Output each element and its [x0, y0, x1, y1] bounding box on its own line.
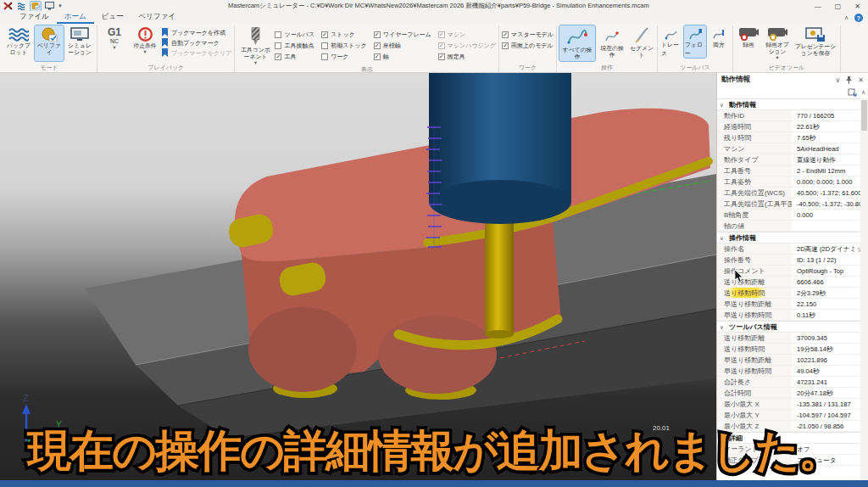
minimize-button[interactable]: — — [815, 3, 821, 10]
quick-verify-button[interactable] — [31, 2, 41, 11]
panel-row[interactable]: B軸角度 0.000 — [717, 210, 860, 221]
group-label-toolpath: ツールパス — [660, 64, 730, 72]
panel-row-label: 工具番号 — [717, 165, 792, 176]
panel-row[interactable]: 動作タイプ 直線送り動作 — [717, 154, 860, 165]
group-label-video: ビデオツール — [736, 64, 837, 72]
display-checkbox[interactable]: マシン — [438, 29, 496, 40]
g1-nc-button[interactable]: G1 NC ▼ — [100, 25, 129, 61]
panel-row[interactable]: 残り時間 7.65秒 — [717, 132, 860, 143]
display-checkbox[interactable]: マシンハウジング — [438, 40, 496, 51]
bookmark-menu-item[interactable]: ブックマークをクリア — [161, 48, 231, 58]
panel-row[interactable]: 工具先端位置(工具平面) -40.500; -1.372; -30.800 — [717, 199, 860, 210]
panel-row[interactable]: 最小/最大 X -135.381 / 131.187 — [717, 399, 860, 410]
quick-access-caret-icon[interactable]: ▼ — [58, 3, 63, 8]
panel-row-label: 早送り移動距離 — [717, 299, 792, 309]
panel-row[interactable]: 早送り移動時間 49.04秒 — [717, 366, 860, 377]
restore-button[interactable]: ▢ — [835, 3, 842, 10]
bottom-blue-bar — [0, 480, 868, 487]
display-checkbox[interactable]: 座標軸 — [374, 40, 431, 51]
bookmark-item-label: 自動ブックマーク — [171, 39, 220, 48]
display-checkbox[interactable]: ストック — [321, 29, 367, 40]
both-label: 両方 — [713, 41, 725, 49]
panel-row[interactable]: 動作ID 770 / 166205 — [717, 110, 860, 121]
display-checkbox[interactable]: ワイヤーフレーム — [374, 29, 431, 40]
g1-icon: G1 — [108, 27, 121, 38]
record-options-button[interactable]: 録画オプション ▼ — [763, 25, 792, 61]
panel-row[interactable]: 早送り移動距離 10221.896 — [717, 355, 860, 366]
panel-row[interactable]: 早送り移動距離 22.150 — [717, 299, 860, 310]
checkbox-icon — [275, 31, 281, 38]
verify-chip-icon — [42, 27, 58, 42]
panel-row[interactable]: 最小/最大 Y -104.597 / 104.597 — [717, 410, 860, 421]
close-button[interactable]: ✕ — [854, 3, 860, 10]
ribbon-tab[interactable]: ホーム — [57, 10, 94, 24]
stop-conditions-label: 停止条件 — [133, 42, 156, 49]
panel-row[interactable]: 合計長さ 47231.241 — [717, 377, 860, 388]
panel-row[interactable]: 送り移動時間 2分3.29秒 — [717, 288, 860, 299]
panel-chevron-up-icon[interactable]: ∧ — [861, 89, 865, 96]
follow-label: フォロー — [685, 41, 705, 58]
stop-conditions-button[interactable]: 停止条件 ▼ — [131, 25, 159, 61]
ribbon-tab[interactable]: ベリファイ — [131, 10, 184, 24]
record-button[interactable]: 録画 — [736, 25, 761, 61]
panel-row[interactable]: 動作情報 — [717, 98, 860, 110]
display-checkbox[interactable]: 初期ストック — [321, 40, 367, 51]
work-checkbox[interactable]: マスターモデル — [502, 29, 554, 40]
ribbon-tab[interactable]: ビュー — [94, 10, 131, 24]
panel-row[interactable]: 工具番号 2 - EndMil 12mm — [717, 165, 860, 176]
display-checkbox[interactable]: ワーク — [321, 51, 367, 62]
panel-row[interactable]: 軸の値 — [717, 221, 860, 232]
panel-row[interactable]: マシン 5AxHeadHead — [717, 143, 860, 154]
bookmark-item-label: ブックマークをクリア — [171, 49, 231, 58]
display-checkbox[interactable]: 固定具 — [438, 51, 496, 62]
panel-row-label: ツールパス情報 — [717, 322, 777, 332]
panel-row[interactable]: 工具先端位置(WCS) 40.500; -1.372; 61.600 — [717, 188, 860, 199]
current-operation-button[interactable]: 現在の操作 — [597, 25, 627, 61]
segment-button[interactable]: セグメント — [629, 25, 654, 61]
display-checkbox[interactable]: 軸 — [374, 51, 431, 62]
panel-row[interactable]: 操作情報 — [717, 232, 860, 244]
panel-row[interactable]: 操作名 2D高速 (2Dダイナミック加工) — [717, 244, 860, 255]
panel-row[interactable]: 合計時間 20分47.18秒 — [717, 388, 860, 399]
panel-row[interactable]: 早送り移動時間 0.11秒 — [717, 310, 860, 321]
quick-simulation-button[interactable] — [44, 2, 54, 11]
panel-chevron-down-icon[interactable]: ∨ — [835, 76, 840, 84]
panel-close-icon[interactable]: ✕ — [858, 76, 864, 84]
simulation-button[interactable]: シミュレーション — [65, 25, 94, 61]
work-checkbox[interactable]: 画面上のモデル — [502, 40, 554, 51]
panel-row-value — [756, 99, 860, 109]
quick-backplot-button[interactable] — [17, 2, 27, 11]
save-presentation-button[interactable]: プレゼンテーションを保存 — [793, 25, 837, 61]
display-checkbox[interactable]: ツールパス — [275, 29, 314, 40]
bookmark-menu-item[interactable]: ブックマークを作成 — [161, 28, 231, 37]
panel-row-label: 工具姿勢 — [717, 176, 792, 187]
panel-row[interactable]: 送り移動距離 37009.345 — [717, 333, 860, 344]
all-operations-button[interactable]: すべての操作 — [559, 25, 595, 61]
panel-snapshot-icon[interactable] — [848, 88, 857, 97]
ribbon-tab[interactable]: ファイル — [12, 10, 57, 24]
both-button[interactable]: 両方 — [708, 25, 730, 58]
panel-row[interactable]: 経過時間 22.61秒 — [717, 121, 860, 132]
collapse-ribbon-icon[interactable]: ∧ — [844, 14, 849, 21]
panel-scrollbar-thumb[interactable] — [861, 100, 867, 131]
bookmark-menu-item[interactable]: 自動ブックマーク — [161, 38, 231, 48]
trace-button[interactable]: トレース — [660, 25, 682, 58]
panel-row[interactable]: 送り移動時間 19分58.14秒 — [717, 344, 860, 355]
follow-button[interactable]: フォロー — [684, 25, 706, 58]
checkbox-icon — [502, 42, 509, 49]
panel-row-label: 操作名 — [717, 244, 792, 254]
checkbox-label: ワイヤーフレーム — [383, 31, 431, 39]
tool-component-button[interactable]: 工具コンポーネント ▼ — [237, 25, 273, 65]
help-icon[interactable]: ? — [854, 14, 863, 22]
display-checkbox[interactable]: 工具接触点 — [275, 40, 314, 51]
simulation-monitor-icon — [70, 27, 89, 42]
backplot-waves-icon — [8, 27, 29, 42]
display-checkbox[interactable]: 工具 — [275, 51, 314, 62]
panel-pin-icon[interactable] — [845, 76, 853, 84]
panel-row[interactable]: ツールパス情報 — [717, 321, 860, 333]
backplot-button[interactable]: バックプロット — [4, 25, 33, 61]
panel-row[interactable]: 操作番号 ID: 13 (1 / 22) — [717, 255, 860, 266]
verify-button[interactable]: ベリファイ — [35, 25, 64, 61]
panel-row[interactable]: 工具姿勢 0.000; 0.000; 1.000 — [717, 176, 860, 188]
panel-row-value — [777, 322, 860, 332]
